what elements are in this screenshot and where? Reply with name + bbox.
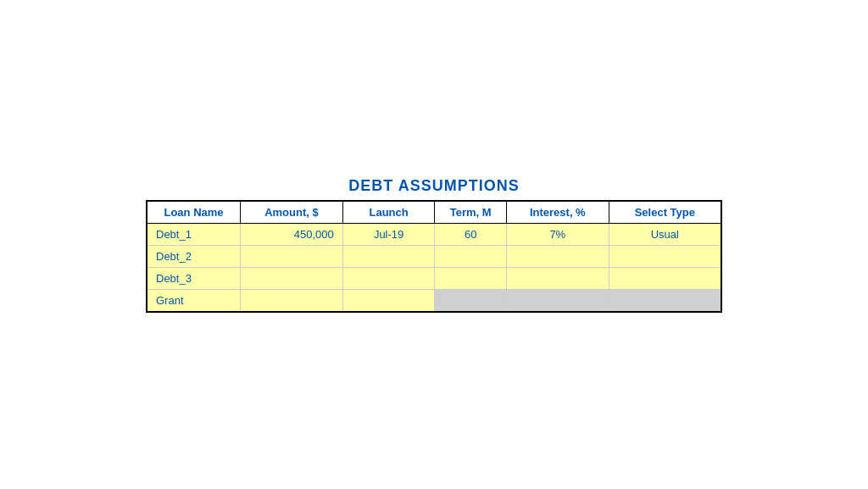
header-amount: Amount, $: [241, 201, 343, 224]
cell-launch[interactable]: [342, 245, 435, 267]
table-row: Grant: [147, 289, 721, 312]
header-select-type: Select Type: [609, 201, 721, 224]
cell-select_type[interactable]: [609, 245, 721, 267]
cell-amount[interactable]: [241, 289, 343, 312]
debt-table: Loan Name Amount, $ Launch Term, M Inter…: [146, 200, 722, 313]
cell-interest[interactable]: [506, 245, 609, 267]
cell-select_type[interactable]: Usual: [609, 223, 721, 245]
header-loan-name: Loan Name: [147, 201, 241, 224]
cell-loan_name[interactable]: Grant: [147, 289, 241, 312]
cell-amount[interactable]: [241, 267, 343, 289]
cell-amount[interactable]: 450,000: [241, 223, 343, 245]
table-row: Debt_3: [147, 267, 721, 289]
cell-term[interactable]: 60: [435, 223, 507, 245]
table-body: Debt_1450,000Jul-19607%UsualDebt_2Debt_3…: [147, 223, 721, 312]
header-launch: Launch: [342, 201, 435, 224]
table-title: DEBT ASSUMPTIONS: [348, 177, 519, 195]
cell-interest[interactable]: [506, 289, 609, 312]
cell-term[interactable]: [435, 267, 507, 289]
table-row: Debt_2: [147, 245, 721, 267]
cell-select_type[interactable]: [609, 267, 721, 289]
cell-term[interactable]: [435, 289, 507, 312]
cell-launch[interactable]: [342, 289, 435, 312]
cell-loan_name[interactable]: Debt_3: [147, 267, 241, 289]
header-term: Term, M: [435, 201, 507, 224]
cell-loan_name[interactable]: Debt_2: [147, 245, 241, 267]
table-row: Debt_1450,000Jul-19607%Usual: [147, 223, 721, 245]
cell-interest[interactable]: [506, 267, 609, 289]
cell-amount[interactable]: [241, 245, 343, 267]
cell-loan_name[interactable]: Debt_1: [147, 223, 241, 245]
header-interest: Interest, %: [506, 201, 609, 224]
cell-launch[interactable]: Jul-19: [342, 223, 435, 245]
header-row: Loan Name Amount, $ Launch Term, M Inter…: [147, 201, 721, 224]
cell-term[interactable]: [435, 245, 507, 267]
cell-launch[interactable]: [342, 267, 435, 289]
cell-select_type[interactable]: [609, 289, 721, 312]
page-container: DEBT ASSUMPTIONS Loan Name Amount, $ Lau…: [0, 0, 868, 489]
cell-interest[interactable]: 7%: [506, 223, 609, 245]
